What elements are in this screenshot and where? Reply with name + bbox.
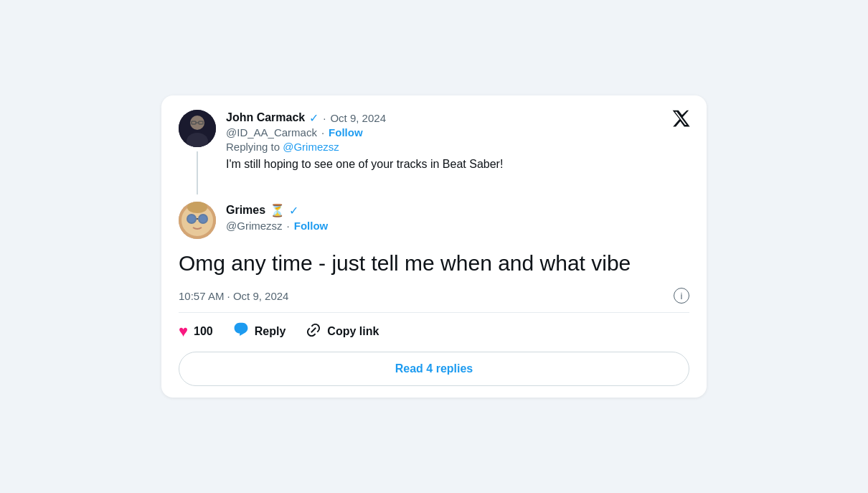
grimes-verified-icon: ✓	[289, 204, 298, 217]
replying-to-user[interactable]: @Grimezsz	[283, 141, 339, 153]
x-logo-icon	[671, 108, 691, 132]
svg-point-13	[187, 202, 207, 213]
divider-line	[179, 312, 689, 313]
copy-link-action[interactable]: Copy link	[306, 322, 379, 342]
carmack-header: John Carmack ✓ · Oct 9, 2024	[226, 111, 689, 125]
grimes-info: Grimes ⏳ ✓ @Grimezsz · Follow	[226, 202, 689, 239]
carmack-avatar	[179, 110, 216, 147]
carmack-display-name: John Carmack	[226, 111, 305, 124]
separator-dot: ·	[323, 112, 326, 124]
svg-point-11	[199, 215, 207, 222]
thread-line	[197, 151, 198, 194]
carmack-follow-button[interactable]: Follow	[329, 126, 363, 138]
replying-to: Replying to @Grimezsz	[226, 141, 689, 153]
link-icon	[306, 322, 321, 342]
copy-link-label: Copy link	[327, 325, 379, 338]
action-row: ♥ 100 Reply Copy link	[179, 321, 689, 342]
separator-dot-2: ·	[321, 126, 324, 138]
carmack-tweet-content: John Carmack ✓ · Oct 9, 2024 @ID_AA_Carm…	[226, 110, 689, 194]
svg-point-10	[188, 215, 195, 222]
read-replies-button[interactable]: Read 4 replies	[179, 352, 689, 386]
like-count: 100	[194, 325, 213, 338]
carmack-username-row: @ID_AA_Carmack · Follow	[226, 126, 689, 138]
tweet-card: John Carmack ✓ · Oct 9, 2024 @ID_AA_Carm…	[161, 95, 707, 398]
main-tweet-text: Omg any time - just tell me when and wha…	[179, 249, 689, 278]
grimes-section: Grimes ⏳ ✓ @Grimezsz · Follow	[179, 202, 689, 239]
carmack-tweet-text: I'm still hoping to see one of your trac…	[226, 156, 689, 173]
like-action[interactable]: ♥ 100	[179, 322, 213, 341]
timestamp-row: 10:57 AM · Oct 9, 2024 i	[179, 288, 689, 304]
separator-dot-3: ·	[287, 220, 290, 232]
grimes-display-name: Grimes	[226, 204, 265, 217]
tweet-timestamp: 10:57 AM · Oct 9, 2024	[179, 290, 288, 302]
reply-bubble-icon	[233, 321, 249, 342]
info-icon[interactable]: i	[674, 288, 689, 304]
grimes-follow-button[interactable]: Follow	[294, 220, 329, 232]
grimes-avatar	[179, 202, 216, 239]
grimes-name-row: Grimes ⏳ ✓	[226, 203, 689, 218]
carmack-verified-icon: ✓	[309, 111, 319, 125]
heart-icon: ♥	[179, 322, 188, 341]
reply-action[interactable]: Reply	[233, 321, 286, 342]
hourglass-icon: ⏳	[270, 203, 285, 218]
carmack-username: @ID_AA_Carmack	[226, 126, 317, 138]
grimes-username-row: @Grimezsz · Follow	[226, 220, 689, 232]
carmack-date: Oct 9, 2024	[330, 112, 386, 124]
carmack-avatar-col	[179, 110, 216, 194]
parent-tweet: John Carmack ✓ · Oct 9, 2024 @ID_AA_Carm…	[179, 110, 689, 194]
reply-label: Reply	[255, 325, 286, 338]
grimes-username: @Grimezsz	[226, 220, 283, 232]
